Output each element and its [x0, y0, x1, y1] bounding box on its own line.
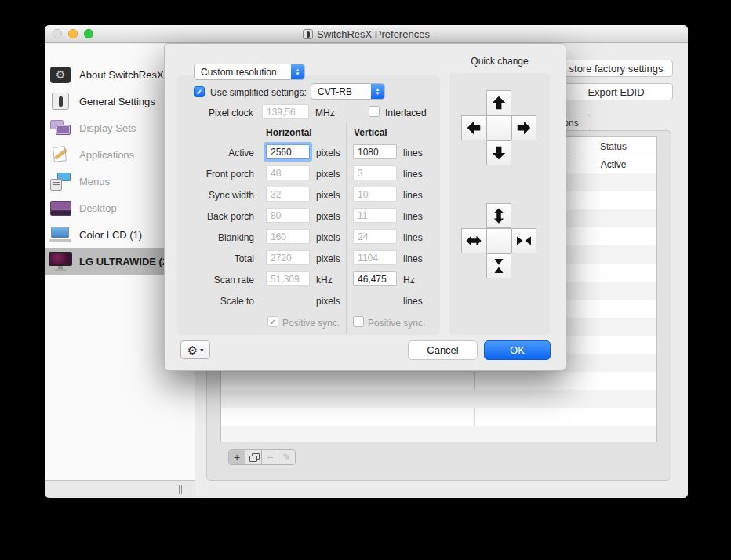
- custom-resolution-dialog: Custom resolution ▲▼ ✓ Use simplified se…: [164, 43, 566, 371]
- shrink-vertical-button[interactable]: [486, 253, 511, 278]
- chevron-down-icon: ▾: [200, 347, 203, 354]
- sidebar-item-label: Color LCD (1): [79, 229, 142, 241]
- duplicate-resolution-button[interactable]: [245, 450, 262, 464]
- h-positive-sync-label: Positive sync.: [282, 318, 340, 329]
- sidebar-item-label: LG ULTRAWIDE (2: [79, 256, 168, 267]
- unit-label: kHz: [316, 275, 333, 285]
- use-simplified-checkbox[interactable]: ✓: [194, 86, 205, 97]
- pixel-clock-field[interactable]: 139,56: [262, 104, 309, 119]
- table-row[interactable]: [221, 426, 656, 442]
- window-title: SwitchResX Preferences: [317, 28, 430, 40]
- action-menu-button[interactable]: ⚙ ▾: [180, 340, 210, 359]
- v-positive-sync-checkbox[interactable]: [353, 316, 364, 327]
- sidebar-item-label: Display Sets: [79, 122, 136, 134]
- remove-resolution-button[interactable]: −: [262, 450, 278, 464]
- display-sets-icon: [49, 119, 71, 136]
- duplicate-icon: [249, 453, 258, 461]
- unit-label: Hz: [403, 275, 415, 285]
- v-scan-rate-field[interactable]: 46,475: [353, 271, 397, 286]
- status-column-header: Status: [569, 137, 657, 155]
- v-positive-sync-label: Positive sync.: [368, 318, 425, 329]
- row-label: Sync width: [209, 190, 254, 201]
- sidebar-item-label: General Settings: [79, 96, 155, 107]
- form-divider: [260, 122, 260, 334]
- row-label: Front porch: [206, 169, 254, 180]
- expand-vertical-button[interactable]: [486, 203, 511, 228]
- unit-label: pixels: [316, 253, 340, 264]
- h-positive-sync-checkbox[interactable]: ✓: [267, 316, 278, 327]
- row-label: Back porch: [207, 211, 254, 222]
- horizontal-header: Horizontal: [266, 127, 312, 138]
- ok-button[interactable]: OK: [484, 340, 551, 360]
- unit-label: lines: [403, 190, 423, 201]
- quick-change-center-cell: [486, 228, 511, 253]
- h-active-field[interactable]: 2560: [266, 144, 310, 159]
- titlebar: SwitchResX Preferences: [45, 25, 688, 43]
- unit-label: pixels: [316, 169, 340, 180]
- move-left-button[interactable]: [461, 115, 486, 140]
- h-front-porch-field[interactable]: 48: [266, 165, 310, 180]
- add-resolution-button[interactable]: +: [229, 450, 245, 464]
- general-settings-icon: [52, 93, 69, 110]
- v-back-porch-field[interactable]: 11: [353, 208, 397, 223]
- v-active-field[interactable]: 1080: [353, 144, 397, 159]
- cancel-button[interactable]: Cancel: [408, 340, 478, 360]
- switchresx-window: SwitchResX Preferences ⚙ About SwitchRes…: [45, 25, 688, 498]
- arrow-right-icon: [515, 119, 533, 136]
- menus-icon: [50, 173, 71, 191]
- table-row[interactable]: [221, 408, 656, 426]
- interlaced-label: Interlaced: [385, 107, 427, 118]
- move-down-button[interactable]: [486, 140, 511, 165]
- quick-change-title: Quick change: [449, 56, 550, 67]
- resolution-type-popup[interactable]: Custom resolution ▲▼: [194, 64, 305, 80]
- app-mini-icon: [303, 29, 313, 39]
- form-divider: [346, 122, 347, 334]
- pane-resize-grip[interactable]: [179, 485, 188, 494]
- unit-label: pixels: [316, 147, 340, 158]
- shrink-horizontal-button[interactable]: [511, 228, 536, 253]
- expand-horizontal-button[interactable]: [461, 228, 486, 253]
- expand-horizontal-icon: [465, 232, 482, 249]
- timing-standard-popup[interactable]: CVT-RB ▲▼: [311, 83, 385, 100]
- v-blanking-field[interactable]: 24: [353, 229, 397, 244]
- table-row[interactable]: [221, 372, 656, 390]
- popup-stepper-icon: ▲▼: [371, 84, 384, 99]
- arrow-up-icon: [490, 94, 507, 111]
- h-sync-width-field[interactable]: 32: [266, 187, 310, 202]
- move-right-button[interactable]: [511, 115, 536, 140]
- unit-label: pixels: [316, 296, 340, 307]
- v-front-porch-field[interactable]: 3: [353, 165, 397, 180]
- move-up-button[interactable]: [486, 90, 511, 115]
- row-label: Blanking: [218, 232, 254, 243]
- shrink-vertical-icon: [490, 257, 507, 275]
- v-sync-width-field[interactable]: 10: [353, 187, 397, 202]
- color-lcd-icon: [49, 226, 71, 243]
- unit-label: pixels: [316, 232, 340, 243]
- h-total-field[interactable]: 2720: [266, 250, 310, 265]
- popup-stepper-icon: ▲▼: [291, 64, 304, 79]
- desktop-icon: [50, 201, 71, 216]
- lg-ultrawide-icon: [48, 251, 73, 271]
- gear-icon: ⚙: [187, 344, 198, 356]
- row-label: Scan rate: [214, 275, 254, 285]
- applications-icon: [51, 145, 70, 164]
- shrink-horizontal-icon: [515, 232, 533, 249]
- h-scan-rate-field[interactable]: 51,309: [266, 271, 310, 286]
- restore-factory-settings-button[interactable]: store factory settings: [559, 60, 673, 77]
- interlaced-checkbox[interactable]: [369, 106, 380, 117]
- vertical-header: Vertical: [354, 127, 387, 138]
- table-row[interactable]: [221, 390, 656, 408]
- h-back-porch-field[interactable]: 80: [266, 208, 310, 223]
- pixel-clock-label: Pixel clock: [209, 107, 253, 118]
- arrow-left-icon: [465, 119, 482, 136]
- row-label: Total: [235, 253, 254, 264]
- desktop-background: SwitchResX Preferences ⚙ About SwitchRes…: [0, 0, 731, 560]
- edit-resolution-button[interactable]: ✎: [278, 450, 295, 464]
- arrow-down-icon: [490, 144, 507, 162]
- v-total-field[interactable]: 1104: [353, 250, 397, 265]
- unit-label: lines: [403, 232, 423, 243]
- h-blanking-field[interactable]: 160: [266, 229, 310, 244]
- resolutions-toolbar: + − ✎: [228, 449, 296, 465]
- unit-label: lines: [403, 147, 423, 158]
- export-edid-button[interactable]: Export EDID: [559, 83, 673, 100]
